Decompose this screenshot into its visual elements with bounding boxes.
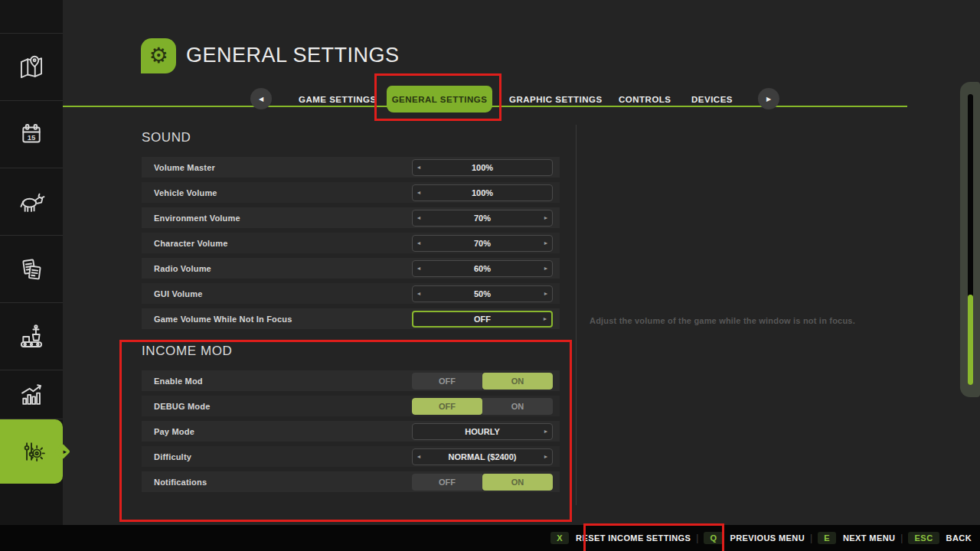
stepper-value: OFF: [426, 315, 539, 324]
map-icon: [17, 53, 46, 82]
tab-controls[interactable]: CONTROLS: [619, 86, 671, 112]
tabs-prev-button[interactable]: ◀: [250, 88, 272, 109]
sidebar: 15: [0, 0, 63, 551]
setting-row-pay-mode: Pay Mode ◄ HOURLY ►: [142, 421, 560, 442]
sidebar-item-calendar[interactable]: 15: [0, 101, 63, 168]
setting-label: GUI Volume: [154, 289, 203, 298]
hotkey-next-menu[interactable]: E NEXT MENU: [818, 532, 895, 544]
setting-row-debug-mode: DEBUG Mode OFF ON: [142, 396, 560, 416]
chevron-right-icon: ▶: [766, 96, 771, 103]
sidebar-item-production[interactable]: [0, 303, 63, 370]
page-title: GENERAL SETTINGS: [186, 44, 400, 67]
decrease-icon[interactable]: ◄: [413, 165, 425, 170]
setting-label: Game Volume While Not In Focus: [154, 315, 292, 324]
decrease-icon[interactable]: ◄: [413, 240, 425, 246]
hint-separator: |: [900, 533, 903, 543]
vehicle-volume-stepper[interactable]: ◄ 100% ►: [412, 184, 553, 201]
increase-icon[interactable]: ►: [540, 429, 552, 434]
setting-row-enable-mod: Enable Mod OFF ON: [142, 370, 560, 391]
tab-label: DEVICES: [691, 95, 733, 104]
decrease-icon[interactable]: ◄: [413, 454, 425, 459]
tab-label: GAME SETTINGS: [299, 95, 377, 104]
increase-icon[interactable]: ►: [539, 316, 551, 321]
setting-label: Radio Volume: [154, 264, 211, 273]
setting-label: Vehicle Volume: [154, 188, 217, 197]
contracts-icon: [17, 255, 46, 284]
decrease-icon[interactable]: ◄: [413, 291, 425, 296]
scrollbar: [960, 82, 980, 397]
setting-description: Adjust the volume of the game while the …: [590, 316, 919, 325]
setting-row-volume-master: Volume Master ◄ 100% ►: [142, 157, 560, 178]
stepper-value: 70%: [425, 239, 540, 248]
pay-mode-stepper[interactable]: ◄ HOURLY ►: [412, 423, 553, 440]
tab-label: GENERAL SETTINGS: [392, 95, 488, 104]
volume-master-stepper[interactable]: ◄ 100% ►: [412, 159, 553, 176]
sidebar-item-income-mod-settings[interactable]: ▸: [0, 419, 63, 484]
tabs-next-button[interactable]: ▶: [758, 88, 779, 109]
column-divider: [576, 125, 577, 505]
notifications-toggle[interactable]: OFF ON: [412, 474, 553, 491]
increase-icon[interactable]: ►: [540, 454, 552, 459]
toggle-off[interactable]: OFF: [412, 373, 482, 390]
settings-list: SOUND Volume Master ◄ 100% ► Vehicle Vol…: [142, 130, 560, 497]
setting-label: Enable Mod: [154, 377, 203, 386]
tab-graphic-settings[interactable]: GRAPHIC SETTINGS: [509, 86, 603, 112]
sidebar-item-statistics[interactable]: [0, 370, 63, 419]
toggle-off[interactable]: OFF: [412, 398, 482, 415]
scrollbar-track[interactable]: [968, 94, 973, 385]
key-e[interactable]: E: [818, 532, 836, 544]
decrease-icon[interactable]: ◄: [413, 190, 425, 195]
section-title-sound: SOUND: [142, 130, 560, 145]
hint-separator: |: [810, 533, 812, 543]
tab-general-settings[interactable]: GENERAL SETTINGS: [387, 86, 492, 112]
setting-row-difficulty: Difficulty ◄ NORMAL ($2400) ►: [142, 446, 560, 467]
environment-volume-stepper[interactable]: ◄ 70% ►: [412, 210, 553, 227]
hotkey-back[interactable]: ESC BACK: [908, 532, 972, 544]
increase-icon[interactable]: ►: [540, 215, 552, 220]
hotkey-label: BACK: [946, 533, 972, 543]
setting-row-radio-volume: Radio Volume ◄ 60% ►: [142, 258, 560, 279]
debug-mode-toggle[interactable]: OFF ON: [412, 398, 553, 415]
radio-volume-stepper[interactable]: ◄ 60% ►: [412, 260, 553, 277]
toggle-on[interactable]: ON: [482, 373, 553, 390]
gui-volume-stepper[interactable]: ◄ 50% ►: [412, 285, 553, 302]
increase-icon[interactable]: ►: [540, 240, 552, 246]
tab-devices[interactable]: DEVICES: [691, 86, 733, 112]
setting-label: Pay Mode: [154, 427, 194, 436]
sidebar-item-animals[interactable]: [0, 168, 63, 236]
sidebar-item-map[interactable]: [0, 34, 63, 101]
gear-icon: ⚙: [149, 45, 168, 67]
key-esc[interactable]: ESC: [908, 532, 939, 544]
scrollbar-thumb[interactable]: [968, 295, 973, 385]
toggle-off[interactable]: OFF: [412, 474, 482, 491]
game-volume-focus-stepper[interactable]: ◄ OFF ►: [412, 311, 553, 328]
section-title-income-mod: INCOME MOD: [142, 344, 560, 359]
statistics-icon: [17, 380, 46, 409]
general-settings-screen: 15: [0, 0, 980, 551]
decrease-icon[interactable]: ◄: [413, 266, 425, 271]
hotkey-label: RESET INCOME SETTINGS: [576, 533, 691, 543]
increase-icon[interactable]: ►: [540, 291, 552, 296]
character-volume-stepper[interactable]: ◄ 70% ►: [412, 235, 553, 252]
hotkey-previous-menu[interactable]: Q PREVIOUS MENU: [704, 532, 805, 544]
setting-row-character-volume: Character Volume ◄ 70% ►: [142, 233, 560, 253]
toggle-on[interactable]: ON: [482, 398, 553, 415]
difficulty-stepper[interactable]: ◄ NORMAL ($2400) ►: [412, 448, 553, 465]
setting-row-notifications: Notifications OFF ON: [142, 471, 560, 492]
toggle-on[interactable]: ON: [482, 474, 553, 491]
tab-game-settings[interactable]: GAME SETTINGS: [299, 86, 377, 112]
setting-label: Environment Volume: [154, 214, 240, 223]
sidebar-spacer: [0, 0, 63, 34]
key-q[interactable]: Q: [704, 532, 723, 544]
setting-label: Character Volume: [154, 239, 228, 248]
increase-icon[interactable]: ►: [540, 266, 552, 271]
setting-label: Notifications: [154, 478, 207, 487]
hotkey-reset-income-settings[interactable]: X RESET INCOME SETTINGS: [550, 532, 691, 544]
sidebar-item-contracts[interactable]: [0, 236, 63, 303]
hint-separator: |: [696, 533, 698, 543]
key-x[interactable]: X: [550, 532, 569, 544]
tab-label: CONTROLS: [619, 95, 671, 104]
stepper-value: 50%: [425, 289, 540, 298]
decrease-icon[interactable]: ◄: [413, 215, 425, 220]
enable-mod-toggle[interactable]: OFF ON: [412, 373, 553, 390]
